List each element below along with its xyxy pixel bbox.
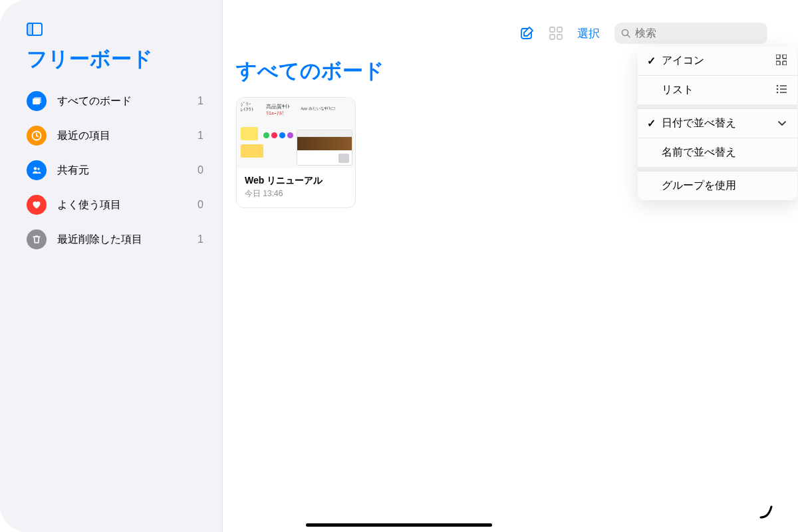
boards-icon <box>27 91 47 111</box>
menu-item-label: グループを使用 <box>662 179 787 193</box>
pencil-corner-icon[interactable] <box>758 504 774 523</box>
menu-item-list-view[interactable]: リスト <box>638 75 797 104</box>
sidebar-toggle-icon[interactable] <box>27 23 222 39</box>
checkmark-icon: ✓ <box>647 55 662 67</box>
svg-rect-15 <box>557 35 562 39</box>
sidebar-item-count: 1 <box>198 233 203 245</box>
svg-rect-12 <box>550 27 555 32</box>
svg-rect-4 <box>27 23 33 35</box>
menu-item-label: アイコン <box>662 54 776 68</box>
sidebar-item-count: 0 <box>198 164 203 176</box>
sidebar-item-count: 1 <box>198 130 203 142</box>
board-timestamp: 今日 13:46 <box>245 188 347 200</box>
svg-point-9 <box>34 167 37 170</box>
menu-item-use-groups[interactable]: グループを使用 <box>638 171 797 200</box>
sidebar-item-recent[interactable]: 最近の項目 1 <box>27 118 209 153</box>
svg-point-26 <box>777 91 779 93</box>
sidebar-item-shared[interactable]: 共有元 0 <box>27 153 209 188</box>
view-options-button[interactable] <box>549 27 563 40</box>
chevron-down-icon <box>777 118 787 130</box>
people-icon <box>27 160 47 180</box>
search-field[interactable] <box>614 23 767 44</box>
heart-icon <box>27 195 47 215</box>
search-icon <box>621 29 631 39</box>
sidebar-item-label: 最近削除した項目 <box>57 233 198 247</box>
sidebar-item-label: よく使う項目 <box>57 198 198 212</box>
svg-rect-7 <box>34 97 41 103</box>
clock-icon <box>27 126 47 146</box>
sidebar: フリーボード すべてのボード 1 最近の項目 1 共有元 <box>0 0 223 532</box>
sidebar-item-label: すべてのボード <box>57 94 198 108</box>
svg-point-10 <box>37 168 40 170</box>
checkmark-icon: ✓ <box>647 117 662 130</box>
menu-item-label: リスト <box>662 83 776 97</box>
search-input[interactable] <box>635 27 761 39</box>
menu-item-sort-date[interactable]: ✓ 日付で並べ替え <box>638 108 797 138</box>
grid-icon <box>776 55 787 68</box>
sidebar-item-all-boards[interactable]: すべてのボード 1 <box>27 84 209 118</box>
svg-rect-21 <box>783 61 787 65</box>
board-thumbnail: ｼﾞﾘｰﾚｲｱｳﾄ 高品質ｻｲﾄﾘﾆｭｰｱﾙ! App みたいなｻｲﾄに! <box>237 98 355 168</box>
board-title: Web リニューアル <box>245 175 347 187</box>
svg-rect-13 <box>557 27 562 32</box>
menu-item-label: 名前で並べ替え <box>662 146 787 160</box>
list-icon <box>776 84 787 96</box>
sidebar-item-favorites[interactable]: よく使う項目 0 <box>27 188 209 222</box>
svg-line-17 <box>628 35 630 37</box>
view-options-menu: ✓ アイコン リスト ✓ 日付で並べ替え <box>638 47 797 200</box>
svg-rect-14 <box>550 35 555 39</box>
sidebar-item-label: 共有元 <box>57 164 198 178</box>
new-board-button[interactable] <box>520 26 535 41</box>
main-content: 選択 すべてのボード ｼﾞﾘｰﾚｲｱｳﾄ 高品質ｻｲﾄﾘﾆｭｰｱﾙ! App み… <box>223 0 798 532</box>
menu-item-sort-name[interactable]: 名前で並べ替え <box>638 138 797 167</box>
sidebar-item-count: 0 <box>198 199 203 211</box>
svg-point-22 <box>777 84 779 86</box>
svg-rect-20 <box>776 61 780 65</box>
board-card[interactable]: ｼﾞﾘｰﾚｲｱｳﾄ 高品質ｻｲﾄﾘﾆｭｰｱﾙ! App みたいなｻｲﾄに! We… <box>236 97 356 208</box>
sidebar-item-label: 最近の項目 <box>57 129 198 143</box>
home-indicator[interactable] <box>306 523 492 527</box>
menu-item-icon-view[interactable]: ✓ アイコン <box>638 47 797 75</box>
select-button[interactable]: 選択 <box>577 26 600 41</box>
sidebar-item-deleted[interactable]: 最近削除した項目 1 <box>27 222 209 257</box>
svg-point-24 <box>777 88 779 90</box>
sidebar-item-count: 1 <box>198 95 203 107</box>
svg-rect-19 <box>783 55 787 59</box>
trash-icon <box>27 229 47 249</box>
menu-item-label: 日付で並べ替え <box>662 116 777 130</box>
svg-rect-18 <box>776 55 780 59</box>
app-title: フリーボード <box>27 45 222 73</box>
